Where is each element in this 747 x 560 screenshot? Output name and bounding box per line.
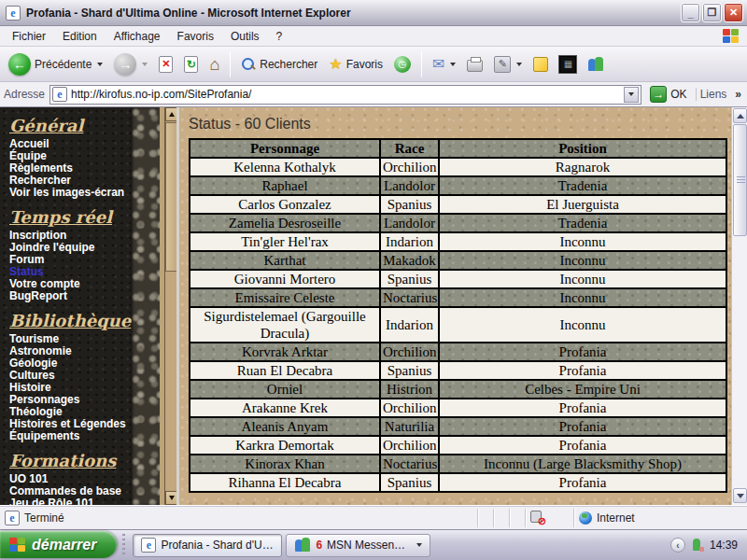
menu-item-favoris[interactable]: Favoris bbox=[169, 27, 222, 46]
cell-race: Spanius bbox=[380, 195, 439, 214]
discuss-button[interactable] bbox=[529, 54, 553, 75]
cell-personnage: Giovanni Mortero bbox=[190, 270, 380, 288]
start-button[interactable]: démarrer bbox=[0, 531, 117, 558]
go-label: OK bbox=[670, 88, 686, 101]
table-row: KarthatMakadokInconnu bbox=[190, 251, 726, 270]
sidebar-item-voir-les-images-cran[interactable]: Voir les images-écran bbox=[9, 187, 129, 199]
sidebar-section-temps-r-el: Temps réelInscriptionJoindre l'équipeFor… bbox=[9, 208, 129, 302]
table-row: RaphaelLandolorTradenia bbox=[190, 176, 726, 195]
toolbar: ← Précédente → ✕ ↻ ⌂ Rechercher ★ Favori… bbox=[0, 47, 747, 82]
links-chevron[interactable]: » bbox=[735, 88, 743, 101]
edit-dropdown-icon[interactable] bbox=[516, 63, 522, 66]
address-bar: Adresse e http://kirofus.no-ip.com/SiteP… bbox=[0, 82, 747, 107]
cell-personnage: Korvrak Arktar bbox=[190, 343, 380, 361]
restore-button[interactable]: ❐ bbox=[702, 3, 722, 22]
cell-position: Profania bbox=[439, 361, 726, 380]
forward-icon: → bbox=[114, 53, 136, 76]
sidebar-item-bugreport[interactable]: BugReport bbox=[9, 290, 129, 302]
favorites-icon: ★ bbox=[329, 57, 342, 72]
sidebar-section-g-n-ral: GénéralAccueilÉquipeRèglementsRechercher… bbox=[9, 117, 129, 199]
cell-personnage: Karthat bbox=[190, 251, 380, 270]
cell-personnage: Arakanne Krek bbox=[190, 399, 380, 417]
table-row: OrnielHistrionCelbes - Empire Uni bbox=[190, 380, 726, 399]
task-button-msn-group[interactable]: 6 MSN Messenger bbox=[286, 534, 430, 557]
status-table: PersonnageRacePosition Kelenna KothalykO… bbox=[189, 138, 727, 493]
search-button[interactable]: Rechercher bbox=[236, 54, 322, 75]
sidebar-heading: Temps réel bbox=[9, 208, 129, 226]
menu-item-edition[interactable]: Edition bbox=[54, 27, 106, 46]
table-row: Ruan El DecabraSpaniusProfania bbox=[190, 361, 726, 380]
browser-viewport: GénéralAccueilÉquipeRèglementsRechercher… bbox=[0, 107, 747, 505]
cell-race: Orchilion bbox=[380, 436, 439, 455]
sidebar-scrollbar[interactable] bbox=[164, 107, 176, 505]
refresh-button[interactable]: ↻ bbox=[179, 53, 203, 76]
address-url[interactable]: http://kirofus.no-ip.com/SiteProfania/ bbox=[71, 88, 620, 101]
menu-item-outils[interactable]: Outils bbox=[222, 27, 268, 46]
back-button[interactable]: ← Précédente bbox=[4, 50, 107, 78]
table-row: Karkra DemortakOrchilionProfania bbox=[190, 436, 726, 455]
menu-item-affichage[interactable]: Affichage bbox=[106, 27, 169, 46]
cell-race: Indarion bbox=[380, 232, 439, 251]
favorites-button[interactable]: ★ Favoris bbox=[324, 54, 388, 75]
sidebar-item-jeu-de-r-le-101[interactable]: Jeu de Rôle 101 bbox=[9, 497, 129, 505]
task-group-dropdown-icon[interactable] bbox=[416, 543, 422, 547]
edit-icon: ✎ bbox=[494, 56, 511, 73]
mail-dropdown-icon[interactable] bbox=[450, 63, 456, 66]
page-title: Status - 60 Clients bbox=[179, 107, 731, 138]
table-row: Kinorax KhanNoctariusInconnu (Large Blac… bbox=[190, 455, 726, 473]
tool-icon: ▦ bbox=[559, 56, 576, 73]
close-button[interactable]: ✕ bbox=[724, 3, 743, 22]
main-scroll-down-button[interactable] bbox=[733, 488, 747, 503]
links-label[interactable]: Liens bbox=[696, 88, 731, 101]
tray-chevron-button[interactable]: ‹ bbox=[670, 538, 685, 553]
ornate-border-decoration bbox=[131, 107, 164, 505]
cell-race: Landolor bbox=[380, 176, 439, 195]
cell-position: Inconnu (Large Blacksmithy Shop) bbox=[439, 455, 726, 473]
cell-position: Tradenia bbox=[439, 176, 726, 195]
cell-race: Indarion bbox=[380, 307, 439, 343]
tray-messenger-icon[interactable] bbox=[691, 539, 704, 552]
quicklaunch-handle[interactable] bbox=[120, 534, 128, 556]
main-scrollbar-thumb[interactable] bbox=[733, 124, 747, 236]
go-button[interactable]: → OK bbox=[646, 85, 690, 104]
back-dropdown-icon[interactable] bbox=[97, 63, 103, 66]
cell-personnage: Kinorax Khan bbox=[190, 455, 380, 473]
mail-button[interactable]: ✉ bbox=[428, 54, 460, 75]
page-icon: e bbox=[52, 87, 67, 102]
history-button[interactable]: ◷ bbox=[389, 53, 416, 76]
cell-position: El Juerguista bbox=[439, 195, 726, 214]
toolbar-separator bbox=[230, 51, 231, 77]
print-button[interactable] bbox=[462, 54, 487, 75]
main-scroll-up-button[interactable] bbox=[733, 108, 747, 123]
home-button[interactable]: ⌂ bbox=[204, 53, 224, 76]
cell-position: Profania bbox=[439, 399, 726, 417]
tool-button[interactable]: ▦ bbox=[555, 53, 581, 76]
edit-button[interactable]: ✎ bbox=[489, 53, 527, 76]
task-button-profania[interactable]: e Profania - Shard d'Ulti... bbox=[133, 534, 282, 557]
sidebar-item-quipements[interactable]: Équipements bbox=[9, 430, 129, 442]
forward-button[interactable]: → bbox=[109, 50, 152, 78]
address-input[interactable]: e http://kirofus.no-ip.com/SiteProfania/ bbox=[49, 85, 641, 105]
cell-personnage: Ruan El Decabra bbox=[190, 361, 380, 380]
cell-race: Naturilia bbox=[380, 417, 439, 436]
cell-race: Makadok bbox=[380, 251, 439, 270]
menu-item-fichier[interactable]: Fichier bbox=[4, 27, 54, 46]
zone-label: Internet bbox=[597, 511, 635, 525]
minimize-button[interactable]: _ bbox=[681, 3, 700, 22]
table-body: Kelenna KothalykOrchilionRagnarokRaphael… bbox=[190, 158, 726, 492]
messenger-button[interactable] bbox=[583, 54, 609, 75]
stop-button[interactable]: ✕ bbox=[154, 53, 177, 76]
system-tray: ‹ 14:39 bbox=[663, 530, 747, 560]
table-row: Rihanna El DecabraSpaniusProfania bbox=[190, 473, 726, 492]
main-scrollbar[interactable] bbox=[731, 107, 747, 505]
cell-personnage: Carlos Gonzalez bbox=[190, 195, 380, 214]
cell-race: Histrion bbox=[380, 380, 439, 399]
windows-brand-icon bbox=[723, 29, 740, 44]
history-icon: ◷ bbox=[394, 56, 411, 73]
address-dropdown-button[interactable] bbox=[624, 87, 639, 103]
table-row: Kelenna KothalykOrchilionRagnarok bbox=[190, 158, 726, 176]
internet-zone-icon bbox=[579, 511, 592, 525]
msn-icon bbox=[294, 538, 311, 553]
menu-item-[interactable]: ? bbox=[268, 27, 291, 46]
menu-bar: FichierEditionAffichageFavorisOutils? bbox=[0, 26, 747, 47]
